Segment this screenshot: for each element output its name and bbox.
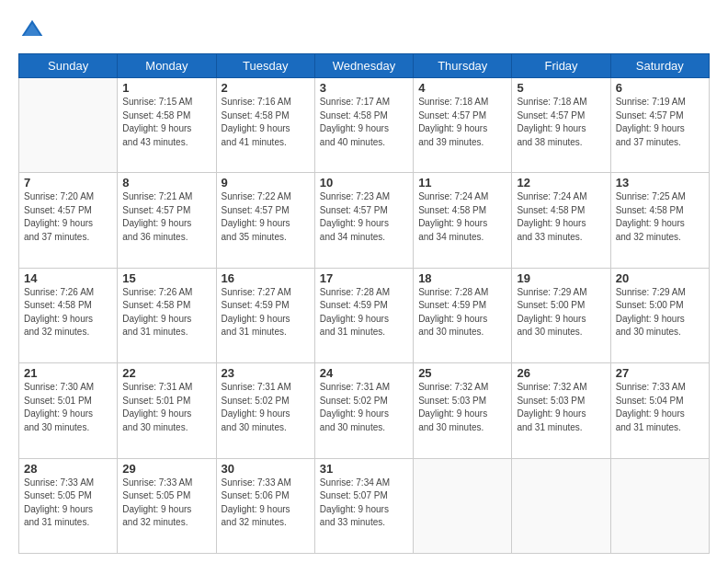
calendar-cell: 31Sunrise: 7:34 AM Sunset: 5:07 PM Dayli…	[314, 458, 413, 553]
calendar-cell: 16Sunrise: 7:27 AM Sunset: 4:59 PM Dayli…	[216, 268, 314, 362]
page: SundayMondayTuesdayWednesdayThursdayFrid…	[0, 0, 728, 563]
calendar-cell: 20Sunrise: 7:29 AM Sunset: 5:00 PM Dayli…	[610, 268, 709, 362]
day-number: 15	[122, 271, 210, 285]
calendar-cell	[610, 458, 709, 553]
day-info: Sunrise: 7:26 AM Sunset: 4:58 PM Dayligh…	[122, 286, 210, 339]
day-number: 3	[320, 81, 408, 95]
week-row-0: 1Sunrise: 7:15 AM Sunset: 4:58 PM Daylig…	[19, 78, 710, 173]
day-number: 10	[320, 176, 408, 190]
calendar-cell: 6Sunrise: 7:19 AM Sunset: 4:57 PM Daylig…	[610, 78, 709, 173]
day-number: 9	[222, 176, 310, 190]
day-number: 20	[616, 271, 704, 285]
day-info: Sunrise: 7:18 AM Sunset: 4:57 PM Dayligh…	[418, 96, 506, 149]
day-header-thursday: Thursday	[414, 54, 512, 78]
day-info: Sunrise: 7:33 AM Sunset: 5:06 PM Dayligh…	[222, 477, 310, 530]
calendar-cell: 21Sunrise: 7:30 AM Sunset: 5:01 PM Dayli…	[19, 363, 118, 458]
day-number: 2	[222, 81, 310, 95]
day-number: 24	[320, 366, 408, 380]
calendar-cell: 26Sunrise: 7:32 AM Sunset: 5:03 PM Dayli…	[512, 363, 610, 458]
day-number: 29	[122, 462, 210, 476]
day-header-saturday: Saturday	[610, 54, 709, 78]
day-number: 17	[320, 271, 408, 285]
calendar-cell: 25Sunrise: 7:32 AM Sunset: 5:03 PM Dayli…	[414, 363, 512, 458]
calendar-cell: 30Sunrise: 7:33 AM Sunset: 5:06 PM Dayli…	[216, 458, 314, 553]
day-header-monday: Monday	[118, 54, 216, 78]
day-info: Sunrise: 7:32 AM Sunset: 5:03 PM Dayligh…	[517, 381, 605, 434]
day-info: Sunrise: 7:32 AM Sunset: 5:03 PM Dayligh…	[418, 381, 506, 434]
day-info: Sunrise: 7:33 AM Sunset: 5:04 PM Dayligh…	[616, 381, 704, 434]
week-row-2: 14Sunrise: 7:26 AM Sunset: 4:58 PM Dayli…	[19, 268, 710, 362]
calendar-cell: 15Sunrise: 7:26 AM Sunset: 4:58 PM Dayli…	[118, 268, 216, 362]
day-number: 7	[24, 176, 112, 190]
day-number: 14	[24, 271, 112, 285]
day-number: 12	[517, 176, 605, 190]
logo	[18, 17, 50, 44]
calendar-cell: 17Sunrise: 7:28 AM Sunset: 4:59 PM Dayli…	[314, 268, 413, 362]
day-number: 25	[418, 366, 506, 380]
calendar-cell: 23Sunrise: 7:31 AM Sunset: 5:02 PM Dayli…	[216, 363, 314, 458]
calendar-cell	[512, 458, 610, 553]
day-info: Sunrise: 7:25 AM Sunset: 4:58 PM Dayligh…	[616, 190, 704, 244]
day-number: 13	[616, 176, 704, 190]
calendar-cell: 22Sunrise: 7:31 AM Sunset: 5:01 PM Dayli…	[118, 363, 216, 458]
header	[18, 17, 710, 44]
logo-icon	[18, 17, 46, 44]
calendar-cell: 5Sunrise: 7:18 AM Sunset: 4:57 PM Daylig…	[512, 78, 610, 173]
day-header-sunday: Sunday	[19, 54, 118, 78]
day-number: 28	[24, 462, 112, 476]
calendar-cell: 9Sunrise: 7:22 AM Sunset: 4:57 PM Daylig…	[216, 173, 314, 268]
calendar-cell: 8Sunrise: 7:21 AM Sunset: 4:57 PM Daylig…	[118, 173, 216, 268]
day-number: 11	[418, 176, 506, 190]
day-number: 30	[222, 462, 310, 476]
calendar-cell: 14Sunrise: 7:26 AM Sunset: 4:58 PM Dayli…	[19, 268, 118, 362]
day-number: 1	[122, 81, 210, 95]
day-info: Sunrise: 7:30 AM Sunset: 5:01 PM Dayligh…	[24, 381, 112, 434]
day-number: 5	[517, 81, 605, 95]
calendar-cell	[19, 78, 118, 173]
day-number: 6	[616, 81, 704, 95]
week-row-4: 28Sunrise: 7:33 AM Sunset: 5:05 PM Dayli…	[19, 458, 710, 553]
day-info: Sunrise: 7:33 AM Sunset: 5:05 PM Dayligh…	[122, 477, 210, 530]
day-info: Sunrise: 7:19 AM Sunset: 4:57 PM Dayligh…	[616, 96, 704, 149]
day-info: Sunrise: 7:28 AM Sunset: 4:59 PM Dayligh…	[418, 286, 506, 339]
day-number: 18	[418, 271, 506, 285]
calendar-cell: 7Sunrise: 7:20 AM Sunset: 4:57 PM Daylig…	[19, 173, 118, 268]
day-number: 26	[517, 366, 605, 380]
day-number: 16	[222, 271, 310, 285]
day-info: Sunrise: 7:22 AM Sunset: 4:57 PM Dayligh…	[222, 190, 310, 244]
day-info: Sunrise: 7:17 AM Sunset: 4:58 PM Dayligh…	[320, 96, 408, 149]
day-header-wednesday: Wednesday	[314, 54, 413, 78]
day-info: Sunrise: 7:33 AM Sunset: 5:05 PM Dayligh…	[24, 477, 112, 530]
day-number: 4	[418, 81, 506, 95]
day-info: Sunrise: 7:31 AM Sunset: 5:02 PM Dayligh…	[320, 381, 408, 434]
day-info: Sunrise: 7:20 AM Sunset: 4:57 PM Dayligh…	[24, 190, 112, 244]
day-info: Sunrise: 7:29 AM Sunset: 5:00 PM Dayligh…	[517, 286, 605, 339]
day-info: Sunrise: 7:16 AM Sunset: 4:58 PM Dayligh…	[222, 96, 310, 149]
day-number: 8	[122, 176, 210, 190]
day-header-friday: Friday	[512, 54, 610, 78]
day-number: 22	[122, 366, 210, 380]
day-info: Sunrise: 7:31 AM Sunset: 5:01 PM Dayligh…	[122, 381, 210, 434]
calendar: SundayMondayTuesdayWednesdayThursdayFrid…	[18, 53, 710, 554]
day-number: 31	[320, 462, 408, 476]
week-row-3: 21Sunrise: 7:30 AM Sunset: 5:01 PM Dayli…	[19, 363, 710, 458]
week-row-1: 7Sunrise: 7:20 AM Sunset: 4:57 PM Daylig…	[19, 173, 710, 268]
day-info: Sunrise: 7:26 AM Sunset: 4:58 PM Dayligh…	[24, 286, 112, 339]
day-info: Sunrise: 7:18 AM Sunset: 4:57 PM Dayligh…	[517, 96, 605, 149]
day-info: Sunrise: 7:15 AM Sunset: 4:58 PM Dayligh…	[122, 96, 210, 149]
calendar-cell: 24Sunrise: 7:31 AM Sunset: 5:02 PM Dayli…	[314, 363, 413, 458]
calendar-cell: 13Sunrise: 7:25 AM Sunset: 4:58 PM Dayli…	[610, 173, 709, 268]
calendar-cell: 1Sunrise: 7:15 AM Sunset: 4:58 PM Daylig…	[118, 78, 216, 173]
calendar-cell: 4Sunrise: 7:18 AM Sunset: 4:57 PM Daylig…	[414, 78, 512, 173]
day-info: Sunrise: 7:24 AM Sunset: 4:58 PM Dayligh…	[418, 190, 506, 244]
day-info: Sunrise: 7:27 AM Sunset: 4:59 PM Dayligh…	[222, 286, 310, 339]
day-headers-row: SundayMondayTuesdayWednesdayThursdayFrid…	[19, 54, 710, 78]
day-info: Sunrise: 7:23 AM Sunset: 4:57 PM Dayligh…	[320, 190, 408, 244]
calendar-cell: 28Sunrise: 7:33 AM Sunset: 5:05 PM Dayli…	[19, 458, 118, 553]
calendar-cell: 11Sunrise: 7:24 AM Sunset: 4:58 PM Dayli…	[414, 173, 512, 268]
calendar-cell: 18Sunrise: 7:28 AM Sunset: 4:59 PM Dayli…	[414, 268, 512, 362]
day-info: Sunrise: 7:21 AM Sunset: 4:57 PM Dayligh…	[122, 190, 210, 244]
day-info: Sunrise: 7:28 AM Sunset: 4:59 PM Dayligh…	[320, 286, 408, 339]
calendar-cell: 29Sunrise: 7:33 AM Sunset: 5:05 PM Dayli…	[118, 458, 216, 553]
day-info: Sunrise: 7:34 AM Sunset: 5:07 PM Dayligh…	[320, 477, 408, 530]
